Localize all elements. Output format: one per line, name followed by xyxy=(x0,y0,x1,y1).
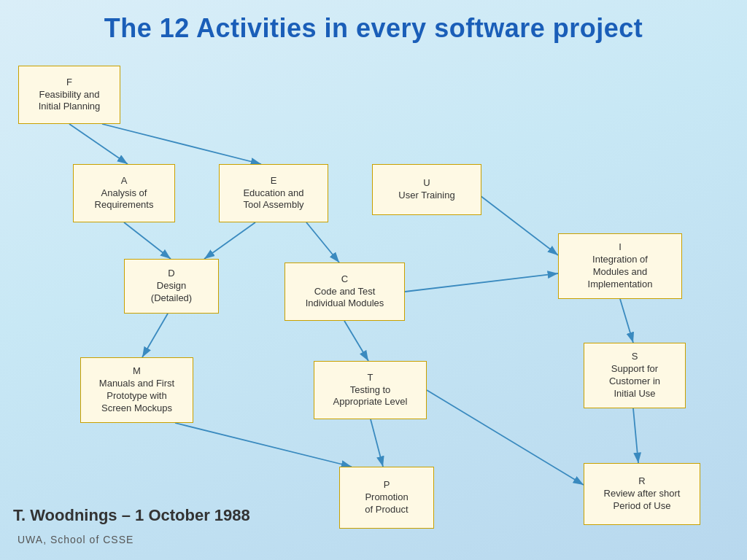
svg-line-3 xyxy=(124,222,171,259)
activity-name-f: Initial Planning xyxy=(39,101,101,113)
footer-author: T. Woodnings – 1 October 1988 xyxy=(13,506,250,525)
activity-name-s: Support for xyxy=(611,363,658,376)
svg-line-5 xyxy=(306,222,339,262)
activity-box-e: EEducation andTool Assembly xyxy=(219,164,328,222)
svg-line-8 xyxy=(344,321,368,361)
svg-line-4 xyxy=(204,222,255,259)
activity-name-d: Design xyxy=(157,280,186,292)
activity-letter-s: S xyxy=(632,351,638,363)
activity-letter-u: U xyxy=(423,177,430,190)
activity-name-e: Education and xyxy=(243,187,303,200)
activity-name-i: Integration of xyxy=(592,254,648,266)
activity-name-i: Implementation xyxy=(588,279,653,291)
svg-line-13 xyxy=(633,408,638,463)
page-title: The 12 Activities in every software proj… xyxy=(0,0,747,51)
svg-line-11 xyxy=(371,419,383,467)
activity-box-s: SSupport forCustomer inInitial Use xyxy=(584,343,686,408)
activity-letter-c: C xyxy=(341,273,348,286)
activity-name-a: Requirements xyxy=(95,199,154,211)
activity-name-i: Modules and xyxy=(593,266,647,279)
activity-box-t: TTesting toAppropriate Level xyxy=(314,361,427,419)
activity-box-d: DDesign(Detailed) xyxy=(124,259,219,314)
activity-name-a: Analysis of xyxy=(101,187,147,200)
svg-line-7 xyxy=(142,314,168,357)
activity-box-p: PPromotionof Product xyxy=(339,467,434,529)
activity-name-m: Prototype with xyxy=(107,390,166,402)
svg-line-14 xyxy=(175,423,352,467)
activity-name-p: Promotion xyxy=(365,491,408,504)
activity-name-d: (Detailed) xyxy=(151,292,192,305)
footer-institution: UWA, School of CSSE xyxy=(18,534,133,545)
activity-name-c: Code and Test xyxy=(314,286,376,298)
activity-letter-m: M xyxy=(133,365,141,378)
svg-line-1 xyxy=(69,124,128,164)
activity-letter-a: A xyxy=(121,175,128,187)
activity-letter-t: T xyxy=(368,372,374,384)
activity-letter-d: D xyxy=(168,268,174,280)
svg-line-12 xyxy=(427,390,584,485)
activity-name-c: Individual Modules xyxy=(306,298,384,310)
activity-box-a: AAnalysis ofRequirements xyxy=(73,164,175,222)
activity-name-t: Testing to xyxy=(350,384,391,397)
activity-box-m: MManuals and FirstPrototype withScreen M… xyxy=(80,357,193,423)
activity-name-r: Review after short xyxy=(604,488,681,500)
activity-name-s: Initial Use xyxy=(614,388,655,400)
activity-letter-p: P xyxy=(384,479,390,491)
activity-box-i: IIntegration ofModules andImplementation xyxy=(558,233,682,299)
activity-name-m: Manuals and First xyxy=(99,378,174,390)
svg-line-9 xyxy=(405,273,558,292)
activity-letter-i: I xyxy=(619,241,622,254)
activity-letter-r: R xyxy=(638,475,645,488)
diagram-area: FFeasibility andInitial PlanningAAnalysi… xyxy=(0,58,747,560)
activity-name-s: Customer in xyxy=(609,376,660,388)
svg-line-2 xyxy=(102,124,261,164)
activity-box-u: UUser Training xyxy=(372,164,481,215)
activity-name-r: Period of Use xyxy=(614,500,671,513)
activity-letter-f: F xyxy=(66,77,72,89)
activity-box-c: CCode and TestIndividual Modules xyxy=(285,262,405,321)
activity-name-e: Tool Assembly xyxy=(243,199,303,211)
activity-name-m: Screen Mockups xyxy=(101,402,172,415)
activity-name-p: of Product xyxy=(365,504,408,516)
activity-box-r: RReview after shortPeriod of Use xyxy=(584,463,700,525)
svg-line-10 xyxy=(620,299,633,343)
activity-letter-e: E xyxy=(271,175,277,187)
activity-box-f: FFeasibility andInitial Planning xyxy=(18,66,120,124)
activity-name-t: Appropriate Level xyxy=(333,396,408,408)
activity-name-u: User Training xyxy=(398,190,454,202)
svg-line-6 xyxy=(474,191,558,255)
activity-name-f: Feasibility and xyxy=(39,89,99,101)
